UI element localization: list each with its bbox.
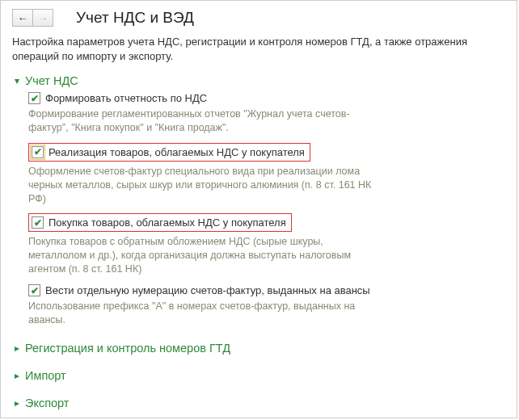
checkbox-purchase-vat-buyer[interactable]: ✔ [32,216,44,229]
section-vat-header[interactable]: ▾ Учет НДС [12,74,505,87]
checkbox-separate-numbering[interactable]: ✔ [28,284,40,296]
checkbox-label: Формировать отчетность по НДС [45,92,207,104]
collapsed-sections: ▸ Регистрация и контроль номеров ГТД ▸ И… [12,342,505,410]
settings-window: ← → Учет НДС и ВЭД Настройка параметров … [0,0,517,418]
section-vat-body: ✔ Формировать отчетность по НДС Формиров… [12,92,376,327]
arrow-left-icon: ← [18,13,28,23]
chevron-right-icon: ▸ [12,370,22,381]
checkbox-label: Покупка товаров, облагаемых НДС у покупа… [49,216,286,229]
option-desc: Формирование регламентированных отчетов … [28,107,376,135]
section-vat: ▾ Учет НДС ✔ Формировать отчетность по Н… [12,74,505,327]
checkbox-row: ✔ Формировать отчетность по НДС [28,92,376,104]
chevron-right-icon: ▸ [12,342,22,354]
check-icon: ✔ [31,286,39,296]
check-icon: ✔ [34,218,42,228]
section-import-title: Импорт [25,369,66,382]
header-row: ← → Учет НДС и ВЭД [12,9,505,27]
checkbox-label: Реализация товаров, облагаемых НДС у пок… [49,146,305,158]
check-icon: ✔ [34,147,42,157]
page-title: Учет НДС и ВЭД [76,9,194,27]
section-gtd-header[interactable]: ▸ Регистрация и контроль номеров ГТД [12,342,505,355]
section-gtd-title: Регистрация и контроль номеров ГТД [25,342,230,355]
checkbox-label: Вести отдельную нумерацию счетов-фактур,… [45,284,370,296]
nav-back-button[interactable]: ← [12,9,33,27]
option-desc: Использование префикса "А" в номерах сче… [28,300,376,327]
section-import-header[interactable]: ▸ Импорт [12,369,505,382]
nav-forward-button[interactable]: → [32,9,53,27]
nav-buttons: ← → [12,9,53,27]
checkbox-sale-vat-buyer[interactable]: ✔ [32,146,44,158]
section-export-title: Экспорт [25,397,69,410]
checkbox-row-highlighted: ✔ Покупка товаров, облагаемых НДС у поку… [28,213,292,232]
intro-text: Настройка параметров учета НДС, регистра… [12,35,505,63]
chevron-right-icon: ▸ [12,397,22,409]
checkbox-row-highlighted: ✔ Реализация товаров, облагаемых НДС у п… [28,143,310,162]
arrow-right-icon: → [38,13,49,23]
option-desc: Оформление счетов-фактур специального ви… [28,165,376,206]
section-vat-title: Учет НДС [25,74,78,87]
checkbox-row: ✔ Вести отдельную нумерацию счетов-факту… [28,284,376,296]
chevron-down-icon: ▾ [12,75,22,86]
section-export-header[interactable]: ▸ Экспорт [12,397,505,410]
check-icon: ✔ [31,94,39,103]
checkbox-form-reports[interactable]: ✔ [28,92,40,104]
option-desc: Покупка товаров с обратным обложением НД… [28,235,376,276]
